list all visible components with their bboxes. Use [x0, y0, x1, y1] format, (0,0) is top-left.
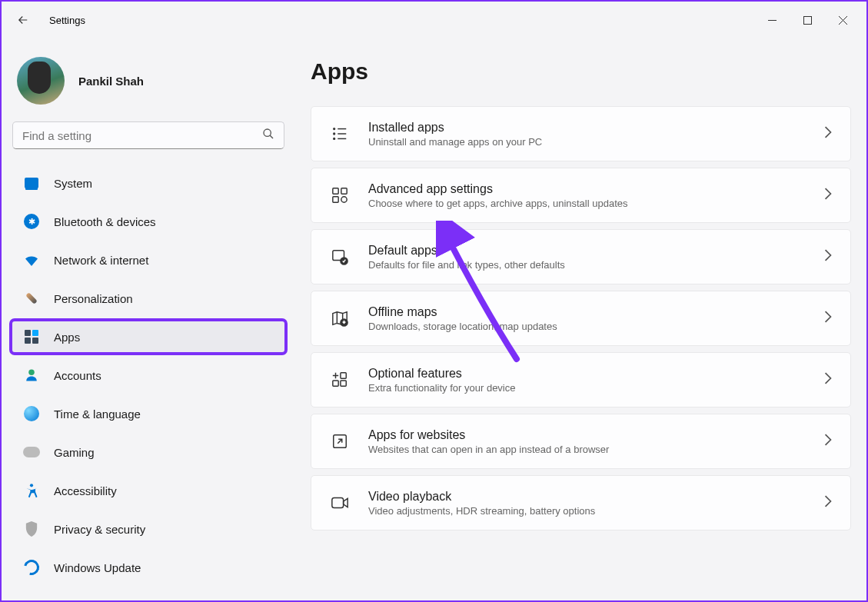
sidebar-item-label: Accounts	[54, 369, 101, 382]
card-title: Default apps	[368, 244, 806, 258]
list-icon	[330, 124, 350, 144]
svg-rect-16	[333, 197, 338, 202]
sidebar: Pankil Shah System ✱ Bluetooth & devices…	[2, 38, 295, 600]
card-subtitle: Uninstall and manage apps on your PC	[368, 136, 806, 148]
sidebar-item-label: Privacy & security	[54, 523, 145, 536]
card-advanced-app-settings[interactable]: Advanced app settings Choose where to ge…	[311, 168, 851, 223]
chevron-right-icon	[824, 311, 832, 326]
svg-rect-14	[333, 188, 338, 194]
card-subtitle: Websites that can open in an app instead…	[368, 444, 806, 455]
card-apps-for-websites[interactable]: Apps for websites Websites that can open…	[311, 414, 851, 469]
close-icon	[839, 16, 847, 25]
sidebar-item-label: Windows Update	[54, 561, 141, 574]
svg-point-10	[334, 133, 335, 135]
bluetooth-icon: ✱	[23, 213, 40, 230]
sidebar-item-label: Bluetooth & devices	[54, 215, 156, 228]
chevron-right-icon	[824, 372, 832, 387]
card-title: Advanced app settings	[368, 182, 806, 196]
user-profile[interactable]: Pankil Shah	[12, 52, 284, 121]
sidebar-item-apps[interactable]: Apps	[12, 321, 284, 352]
sidebar-item-label: Accessibility	[54, 484, 117, 497]
sidebar-item-label: System	[54, 177, 92, 190]
avatar	[17, 57, 65, 105]
minimize-icon	[768, 16, 777, 25]
sidebar-item-network[interactable]: Network & internet	[12, 244, 284, 275]
default-apps-icon	[330, 247, 350, 267]
chevron-right-icon	[824, 249, 832, 264]
window-controls	[754, 8, 860, 32]
maximize-icon	[803, 16, 812, 25]
svg-rect-21	[333, 381, 338, 386]
card-subtitle: Downloads, storage location, map updates	[368, 321, 806, 332]
search-icon	[262, 128, 274, 143]
card-installed-apps[interactable]: Installed apps Uninstall and manage apps…	[311, 106, 851, 161]
svg-rect-25	[332, 498, 344, 508]
svg-point-17	[341, 197, 347, 202]
svg-point-6	[28, 370, 35, 376]
chevron-right-icon	[824, 495, 832, 511]
sidebar-item-privacy[interactable]: Privacy & security	[12, 514, 284, 544]
card-optional-features[interactable]: Optional features Extra functionality fo…	[311, 352, 851, 407]
sidebar-item-bluetooth[interactable]: ✱ Bluetooth & devices	[12, 206, 284, 237]
sidebar-item-label: Time & language	[54, 407, 141, 421]
close-button[interactable]	[825, 8, 860, 32]
sidebar-item-accessibility[interactable]: Accessibility	[12, 475, 284, 506]
sidebar-item-label: Gaming	[54, 446, 95, 459]
apps-icon	[23, 328, 40, 345]
open-external-icon	[330, 431, 350, 451]
sidebar-item-accounts[interactable]: Accounts	[12, 360, 284, 391]
card-title: Installed apps	[368, 121, 806, 135]
person-icon	[23, 367, 40, 384]
main-panel: Apps Installed apps Uninstall and manage…	[295, 38, 866, 600]
svg-rect-1	[803, 16, 811, 24]
paintbrush-icon	[23, 290, 40, 307]
minimize-button[interactable]	[754, 8, 790, 32]
back-button[interactable]	[15, 12, 31, 28]
svg-rect-23	[341, 373, 346, 378]
update-icon	[23, 559, 40, 576]
card-subtitle: Extra functionality for your device	[368, 382, 806, 394]
card-subtitle: Choose where to get apps, archive apps, …	[368, 198, 806, 209]
wifi-icon	[23, 251, 40, 268]
card-title: Apps for websites	[368, 428, 806, 442]
sidebar-item-label: Personalization	[54, 292, 133, 305]
sidebar-item-update[interactable]: Windows Update	[12, 552, 284, 583]
card-video-playback[interactable]: Video playback Video adjustments, HDR st…	[311, 475, 851, 530]
svg-rect-22	[341, 381, 346, 386]
video-icon	[330, 493, 350, 513]
sidebar-item-personalization[interactable]: Personalization	[12, 283, 284, 314]
globe-clock-icon	[23, 405, 40, 422]
sidebar-item-system[interactable]: System	[12, 168, 284, 198]
svg-rect-15	[341, 188, 347, 194]
search-box[interactable]	[12, 121, 284, 149]
card-offline-maps[interactable]: Offline maps Downloads, storage location…	[311, 291, 851, 346]
search-input[interactable]	[22, 129, 262, 142]
card-title: Offline maps	[368, 305, 806, 319]
sidebar-item-label: Apps	[54, 331, 80, 344]
map-download-icon	[330, 308, 350, 328]
svg-point-7	[30, 484, 33, 487]
card-title: Optional features	[368, 367, 806, 381]
card-subtitle: Defaults for file and link types, other …	[368, 259, 806, 271]
sidebar-item-time[interactable]: Time & language	[12, 398, 284, 429]
shield-icon	[23, 521, 40, 537]
card-subtitle: Video adjustments, HDR streaming, batter…	[368, 505, 806, 517]
svg-point-8	[334, 128, 335, 130]
maximize-button[interactable]	[790, 8, 825, 32]
svg-line-5	[270, 135, 273, 138]
monitor-icon	[23, 175, 40, 191]
arrow-left-icon	[16, 13, 30, 27]
apps-gear-icon	[330, 185, 350, 205]
nav-list: System ✱ Bluetooth & devices Network & i…	[12, 168, 284, 590]
titlebar: Settings	[2, 2, 866, 38]
sidebar-item-gaming[interactable]: Gaming	[12, 437, 284, 467]
chevron-right-icon	[824, 126, 832, 141]
user-name: Pankil Shah	[78, 75, 144, 88]
accessibility-icon	[23, 482, 40, 499]
svg-point-12	[334, 138, 335, 140]
sidebar-item-label: Network & internet	[54, 254, 148, 267]
card-default-apps[interactable]: Default apps Defaults for file and link …	[311, 229, 851, 284]
settings-card-list: Installed apps Uninstall and manage apps…	[311, 106, 851, 534]
chevron-right-icon	[824, 188, 832, 203]
card-title: Video playback	[368, 490, 806, 504]
